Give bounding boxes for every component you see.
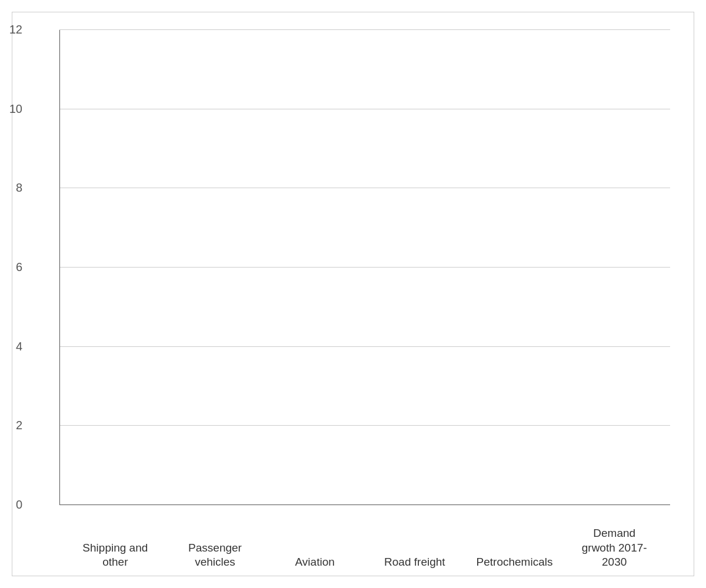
chart-area: 024681012 Shipping andotherPassengervehi… (59, 30, 670, 505)
y-tick-label: 2 (16, 419, 22, 432)
x-axis-label: Demandgrwoth 2017-2030 (573, 526, 655, 570)
x-axis-label: Petrochemicals (474, 555, 556, 570)
connectors-svg (59, 30, 670, 505)
bars-area: Shipping andotherPassengervehiclesAviati… (59, 30, 670, 505)
y-tick-label: 0 (16, 498, 22, 512)
x-axis-label: Aviation (274, 555, 356, 570)
x-axis-label: Road freight (374, 555, 456, 570)
y-tick-label: 8 (16, 181, 22, 195)
x-axis-label: Shipping andother (74, 541, 156, 570)
chart-inner: 024681012 Shipping andotherPassengervehi… (12, 12, 694, 576)
y-tick-label: 4 (16, 340, 22, 353)
y-tick-label: 10 (9, 102, 22, 116)
x-axis-label: Passengervehicles (174, 541, 257, 570)
y-tick-label: 6 (16, 260, 22, 274)
y-tick-label: 12 (9, 23, 22, 36)
x-axis-line (59, 505, 670, 505)
chart-container: 024681012 Shipping andotherPassengervehi… (12, 12, 694, 576)
y-axis-line (59, 30, 60, 505)
